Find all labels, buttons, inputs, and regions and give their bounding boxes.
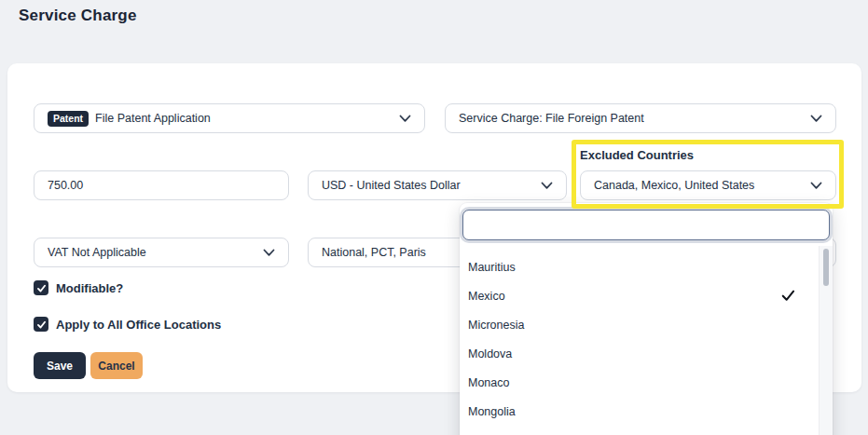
country-search-input[interactable]	[462, 210, 830, 240]
check-icon	[36, 283, 47, 293]
dropdown-scrollbar-thumb[interactable]	[823, 249, 829, 286]
country-option-label: Moldova	[468, 347, 781, 360]
option-selected-check-icon	[781, 290, 795, 302]
foreign-firm-activity-select[interactable]: Patent File Patent Application	[34, 103, 425, 133]
country-option[interactable]: Micronesia	[460, 310, 818, 339]
chevron-down-icon	[263, 249, 275, 257]
country-option-label: Mexico	[468, 290, 781, 303]
excluded-countries-dropdown-menu: Mauritius Mexico Micronesia Moldova Mona…	[460, 203, 833, 435]
country-option-label: Micronesia	[468, 319, 781, 332]
country-option[interactable]: Mexico	[460, 281, 818, 310]
amount-input[interactable]	[34, 170, 289, 200]
modifiable-checkbox-label: Modifiable?	[56, 281, 123, 295]
chevron-down-icon	[810, 115, 822, 123]
country-option[interactable]: Monaco	[460, 368, 818, 397]
excluded-countries-value: Canada, Mexico, United States	[594, 179, 803, 192]
country-option-label: Monaco	[468, 376, 781, 389]
excluded-countries-select[interactable]: Canada, Mexico, United States	[580, 170, 836, 200]
patent-badge: Patent	[48, 111, 89, 127]
currency-select[interactable]: USD - United States Dollar	[308, 170, 567, 200]
country-option-list: Mauritius Mexico Micronesia Moldova Mona…	[460, 246, 818, 435]
apply-all-offices-checkbox[interactable]	[34, 317, 48, 332]
currency-value: USD - United States Dollar	[322, 179, 533, 192]
apply-all-offices-checkbox-label: Apply to All Office Locations	[56, 318, 221, 332]
excluded-countries-label: Excluded Countries	[580, 148, 694, 162]
service-charge-name-select[interactable]: Service Charge: File Foreign Patent	[445, 103, 836, 133]
chevron-down-icon	[399, 115, 411, 123]
country-option[interactable]: Montenegro	[460, 426, 818, 435]
country-option[interactable]: Mongolia	[460, 397, 818, 426]
page-title: Service Charge	[19, 7, 137, 25]
check-icon	[36, 319, 47, 330]
modifiable-checkbox-row[interactable]: Modifiable?	[34, 280, 123, 295]
service-charge-name-value: Service Charge: File Foreign Patent	[459, 112, 803, 125]
country-option-label: Mauritius	[468, 261, 781, 274]
foreign-firm-activity-value: File Patent Application	[95, 112, 392, 125]
vat-applicable-select[interactable]: VAT Not Applicable	[34, 238, 289, 267]
save-button[interactable]: Save	[34, 352, 86, 379]
country-option-label: Mongolia	[468, 405, 781, 418]
modifiable-checkbox[interactable]	[34, 280, 48, 295]
chevron-down-icon	[541, 182, 553, 190]
vat-applicable-value: VAT Not Applicable	[48, 246, 255, 259]
country-option[interactable]: Moldova	[460, 339, 818, 368]
dropdown-scrollbar[interactable]	[819, 246, 833, 435]
apply-all-offices-checkbox-row[interactable]: Apply to All Office Locations	[34, 317, 221, 332]
country-option[interactable]: Mauritius	[460, 252, 818, 281]
chevron-down-icon	[810, 182, 822, 190]
cancel-button[interactable]: Cancel	[90, 352, 143, 379]
